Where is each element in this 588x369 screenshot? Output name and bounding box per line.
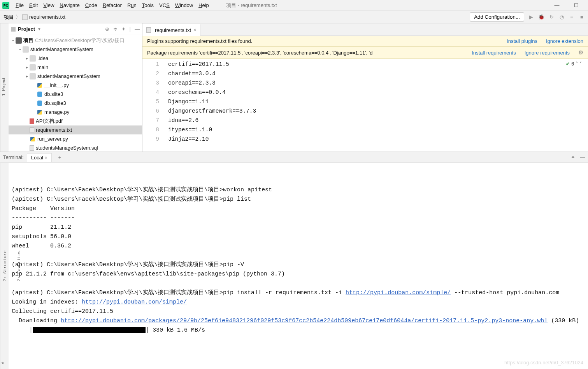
project-header: Project ▼ ⊕ ≑ ✦ | — <box>9 23 142 35</box>
new-terminal-button[interactable]: ＋ <box>55 154 65 161</box>
menu-code[interactable]: Code <box>83 1 100 9</box>
settings-icon[interactable]: ✦ <box>121 26 126 32</box>
tree-file-txt-selected[interactable]: requirements.txt <box>9 125 142 134</box>
tree-file-pdf[interactable]: API文档.pdf <box>9 117 142 125</box>
breadcrumb[interactable]: 项目 〉 requirements.txt <box>4 14 65 21</box>
menu-help[interactable]: Help <box>196 1 211 9</box>
ignore-extension-link[interactable]: Ignore extension <box>546 38 583 44</box>
add-configuration-button[interactable]: Add Configuration... <box>470 12 524 21</box>
code-content[interactable]: certifi==2017.11.5 chardet==3.0.4 coreap… <box>164 59 588 152</box>
minimize-button[interactable]: — <box>551 2 562 8</box>
close-icon[interactable]: × <box>44 155 47 161</box>
tree-folder[interactable]: ▸main <box>9 63 142 72</box>
nav-toolbar: 项目 〉 requirements.txt Add Configuration.… <box>0 11 588 23</box>
locate-icon[interactable]: ⊕ <box>105 26 109 32</box>
tree-file-py[interactable]: run_server.py <box>9 134 142 143</box>
python-file-icon <box>37 109 43 115</box>
left-tool-strip: 1: Project <box>0 23 9 152</box>
editor-area: requirements.txt × Plugins supporting re… <box>142 23 588 152</box>
sidebar-favorites-tab[interactable]: 2: Favorites <box>14 251 24 281</box>
terminal-tool-window: Terminal: Local × ＋ ✦ — 7: Structure 2: … <box>0 152 588 369</box>
breadcrumb-file[interactable]: requirements.txt <box>29 14 65 20</box>
plugin-notification: Plugins supporting requirements.txt file… <box>142 36 588 47</box>
download-url-link[interactable]: http://pypi.doubanio.com/packages/29/9b/… <box>61 318 548 324</box>
python-file-icon <box>37 82 43 88</box>
run-icon[interactable]: ▶ <box>528 14 534 20</box>
menu-edit[interactable]: Edit <box>27 1 40 9</box>
pypi-index-link[interactable]: http://pypi.douban.com/simple/ <box>82 299 187 305</box>
sidebar-project-tab[interactable]: 1: Project <box>0 75 7 98</box>
tree-file-py[interactable]: manage.py <box>9 108 142 117</box>
star-icon[interactable]: ★ <box>1 358 4 367</box>
terminal-settings-icon[interactable]: ✦ <box>571 154 575 160</box>
hide-icon[interactable]: — <box>135 26 140 32</box>
tree-folder[interactable]: ▸studentManagementSystem <box>9 72 142 81</box>
ignore-requirements-link[interactable]: Ignore requirements <box>525 50 570 56</box>
folder-icon <box>30 73 36 79</box>
project-tool-window: Project ▼ ⊕ ≑ ✦ | — ▾ 项目 C:\Users\Facek\… <box>9 23 142 152</box>
window-title-path: 项目 - requirements.txt <box>226 2 277 9</box>
terminal-output[interactable]: 7: Structure 2: Favorites (apitest) C:\U… <box>0 163 588 369</box>
chevron-down-icon[interactable]: ˅ <box>579 61 582 67</box>
install-plugins-link[interactable]: Install plugins <box>507 38 537 44</box>
database-icon <box>37 100 43 106</box>
menu-file[interactable]: File <box>13 1 26 9</box>
run-toolbar: ▶ 🐞 ↻ ◔ ≡ ■ <box>528 14 585 20</box>
close-tab-icon[interactable]: × <box>193 27 196 33</box>
folder-icon <box>16 37 22 44</box>
tree-folder[interactable]: ▸.idea <box>9 54 142 63</box>
package-requirements-notification: Package requirements 'certifi==2017.11.5… <box>142 47 588 59</box>
tree-file-db[interactable]: db.sqlite3 <box>9 99 142 108</box>
menu-navigate[interactable]: Navigate <box>57 1 82 9</box>
menu-refactor[interactable]: Refactor <box>100 1 124 9</box>
tree-root[interactable]: ▾ 项目 C:\Users\Facek\Desktop\学习\实战\接口 <box>9 36 142 45</box>
editor-tab-requirements[interactable]: requirements.txt × <box>142 24 200 36</box>
notif-text: Package requirements 'certifi==2017.11.5… <box>147 50 373 56</box>
gear-icon[interactable]: ⚙ <box>578 49 583 56</box>
menu-window[interactable]: Window <box>173 1 195 9</box>
tree-file-py[interactable]: __init__.py <box>9 81 142 90</box>
sql-file-icon <box>30 145 34 151</box>
hide-terminal-icon[interactable]: — <box>580 154 585 160</box>
chevron-down-icon[interactable]: ▼ <box>37 27 41 31</box>
expand-all-icon[interactable]: ≑ <box>113 26 118 32</box>
editor-tab-label: requirements.txt <box>155 27 191 33</box>
line-gutter: 123456789 <box>142 59 164 152</box>
menu-vcs[interactable]: VCS <box>157 1 172 9</box>
inspection-widget[interactable]: ✔ 6 ˄ ˅ <box>563 60 584 67</box>
inspection-count: 6 <box>571 61 574 67</box>
editor-body[interactable]: 123456789 certifi==2017.11.5 chardet==3.… <box>142 59 588 152</box>
sidebar-structure-tab[interactable]: 7: Structure <box>0 251 10 281</box>
maximize-button[interactable]: ☐ <box>571 2 582 8</box>
text-file-icon <box>146 27 151 33</box>
menu-tools[interactable]: Tools <box>140 1 156 9</box>
tree-file-db[interactable]: db.slite3 <box>9 90 142 99</box>
coverage-icon[interactable]: ↻ <box>548 14 555 20</box>
project-tree[interactable]: ▾ 项目 C:\Users\Facek\Desktop\学习\实战\接口 ▾st… <box>9 35 142 152</box>
tree-folder[interactable]: ▾studentManagementSystem <box>9 45 142 54</box>
attach-icon[interactable]: ≡ <box>569 14 575 20</box>
tree-root-path: C:\Users\Facek\Desktop\学习\实战\接口 <box>35 37 125 44</box>
menu-bar: PC File Edit View Navigate Code Refactor… <box>0 0 588 11</box>
notif-text: Plugins supporting requirements.txt file… <box>147 38 252 44</box>
editor-tabs: requirements.txt × <box>142 23 588 36</box>
bottom-tool-strip: 7: Structure 2: Favorites <box>0 163 9 369</box>
progress-bar <box>33 327 146 333</box>
breadcrumb-root[interactable]: 项目 <box>4 14 14 21</box>
project-title[interactable]: Project <box>18 26 35 32</box>
install-requirements-link[interactable]: Install requirements <box>472 50 516 56</box>
terminal-tab-local[interactable]: Local × <box>27 153 52 162</box>
menu-view[interactable]: View <box>41 1 56 9</box>
menu-run[interactable]: Run <box>125 1 139 9</box>
terminal-tabs: Terminal: Local × ＋ ✦ — <box>0 152 588 163</box>
pypi-index-link[interactable]: http://pypi.douban.com/simple/ <box>346 290 451 296</box>
chevron-right-icon: 〉 <box>16 14 21 21</box>
stop-icon[interactable]: ■ <box>579 14 585 20</box>
debug-icon[interactable]: 🐞 <box>538 14 544 20</box>
app-logo-icon: PC <box>2 2 9 9</box>
tree-file-sql[interactable]: studentsManageSystem.sql <box>9 143 142 152</box>
folder-icon <box>23 46 29 53</box>
folder-icon <box>11 27 16 32</box>
chevron-up-icon[interactable]: ˄ <box>576 61 578 67</box>
profile-icon[interactable]: ◔ <box>558 14 565 20</box>
